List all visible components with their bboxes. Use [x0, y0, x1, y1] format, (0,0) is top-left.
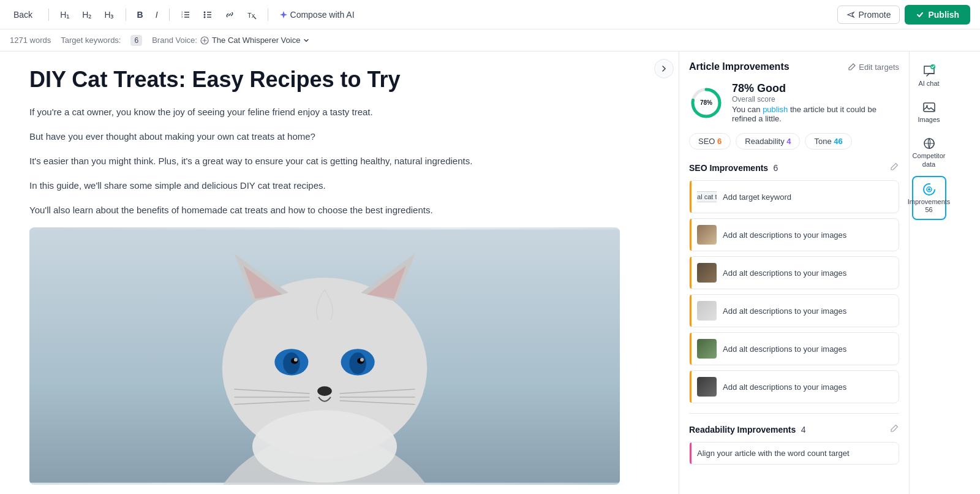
score-text: 78% — [700, 100, 712, 106]
svg-point-6 — [203, 11, 205, 13]
competitor-data-icon — [922, 136, 937, 151]
improvement-text-2: Add alt descriptions to your images — [723, 268, 891, 278]
improvement-text-4: Add alt descriptions to your images — [723, 344, 891, 354]
side-icon-competitor-data[interactable]: Competitor data — [912, 131, 946, 173]
link-button[interactable] — [221, 7, 238, 22]
improvements-panel[interactable]: Article Improvements Edit targets 78% — [679, 51, 909, 494]
article-body[interactable]: If you're a cat owner, you know the joy … — [29, 105, 620, 218]
svg-point-7 — [203, 13, 205, 15]
score-section: 78% 78% Good Overall score You can publi… — [689, 82, 899, 123]
improvement-text-3: Add alt descriptions to your images — [723, 306, 891, 316]
h1-button[interactable]: H₁ — [56, 7, 74, 22]
competitor-data-label: Competitor data — [913, 152, 946, 168]
score-description: You can publish the article but it could… — [732, 105, 899, 123]
image-thumb-5 — [697, 377, 717, 397]
svg-rect-41 — [924, 103, 935, 112]
image-thumb-1 — [697, 225, 717, 245]
ai-chat-icon — [922, 64, 937, 78]
readability-section-title: Readability Improvements 4 — [689, 424, 806, 435]
improvement-text-1: Add alt descriptions to your images — [723, 230, 891, 240]
clear-format-button[interactable]: Tx — [243, 7, 260, 22]
bold-button[interactable]: B — [134, 7, 147, 22]
edit-icon — [848, 63, 856, 71]
improvement-item-readability-1[interactable]: Align your article with the word count t… — [689, 442, 899, 465]
publish-link[interactable]: publish — [763, 105, 788, 114]
link-icon — [225, 10, 235, 20]
tone-badge[interactable]: Tone 46 — [805, 133, 851, 150]
unordered-list-button[interactable] — [199, 7, 216, 22]
compose-ai-icon — [279, 10, 288, 19]
cat-image-svg — [29, 227, 620, 485]
collapse-panel-button[interactable] — [654, 59, 674, 78]
svg-point-37 — [252, 411, 397, 483]
editor-area[interactable]: DIY Cat Treats: Easy Recipes to Try If y… — [0, 51, 649, 494]
svg-point-24 — [283, 352, 300, 374]
brand-voice-name[interactable]: The Cat Whisperer Voice — [212, 36, 301, 45]
ordered-list-icon: 1 2 3 — [181, 10, 190, 20]
article-paragraph-1: If you're a cat owner, you know the joy … — [29, 105, 620, 120]
seo-edit-button[interactable] — [889, 162, 899, 174]
back-button[interactable]: Back — [10, 7, 36, 22]
article-paragraph-4: In this guide, we'll share some simple a… — [29, 178, 620, 193]
readability-badge[interactable]: Readability 4 — [736, 133, 800, 150]
side-icons: AI chat Images — [909, 51, 948, 494]
brand-voice-label: Brand Voice: — [152, 36, 197, 45]
improvement-text-keyword: Add target keyword — [723, 192, 891, 202]
panel-title: Article Improvements — [689, 61, 790, 72]
seo-badge[interactable]: SEO 6 — [689, 133, 731, 150]
compose-ai-button[interactable]: Compose with AI — [276, 7, 358, 22]
readability-count: 4 — [801, 425, 806, 435]
readability-section-header: Readability Improvements 4 — [689, 424, 899, 436]
main-layout: DIY Cat Treats: Easy Recipes to Try If y… — [0, 51, 980, 494]
images-icon — [922, 100, 937, 115]
chevron-right-icon — [660, 65, 668, 72]
score-badges: SEO 6 Readability 4 Tone 46 — [689, 133, 899, 150]
h2-button[interactable]: H₂ — [78, 7, 96, 22]
side-icon-improvements[interactable]: Improvements56 — [912, 176, 946, 220]
svg-point-8 — [203, 16, 205, 18]
promote-button[interactable]: Promote — [837, 6, 900, 24]
side-icon-images[interactable]: Images — [912, 95, 946, 129]
ordered-list-button[interactable]: 1 2 3 — [177, 7, 194, 22]
brand-voice-icon — [200, 36, 209, 45]
score-circle: 78% — [689, 86, 723, 120]
svg-point-28 — [294, 358, 298, 362]
svg-point-29 — [360, 358, 364, 362]
improvement-item-2[interactable]: Add alt descriptions to your images — [689, 256, 899, 289]
brand-voice: Brand Voice: The Cat Whisperer Voice — [152, 36, 310, 45]
publish-button[interactable]: Publish — [905, 5, 970, 25]
images-label: Images — [918, 116, 940, 124]
improvement-item-1[interactable]: Add alt descriptions to your images — [689, 218, 899, 251]
improvement-text-5: Add alt descriptions to your images — [723, 382, 891, 392]
readability-score: 4 — [786, 137, 791, 146]
toolbar: Back H₁ H₂ H₃ B I 1 2 3 — [0, 0, 980, 29]
seo-edit-icon — [889, 162, 899, 172]
seo-count: 6 — [774, 163, 778, 173]
svg-text:Tx: Tx — [247, 12, 255, 19]
improvement-text-readability-1: Align your article with the word count t… — [697, 449, 891, 458]
keyword-tag: natural cat treats — [697, 191, 717, 202]
improvement-item-4[interactable]: Add alt descriptions to your images — [689, 332, 899, 365]
italic-button[interactable]: I — [152, 7, 162, 22]
publish-icon — [916, 10, 924, 19]
improvements-label: Improvements56 — [908, 198, 951, 214]
improvement-item-keyword[interactable]: natural cat treats Add target keyword — [689, 180, 899, 213]
sub-toolbar: 1271 words Target keywords: 6 Brand Voic… — [0, 29, 980, 51]
image-thumb-4 — [697, 339, 717, 359]
clear-format-icon: Tx — [247, 10, 257, 20]
edit-targets-button[interactable]: Edit targets — [848, 63, 899, 72]
improvement-item-5[interactable]: Add alt descriptions to your images — [689, 370, 899, 403]
seo-section-title: SEO Improvements 6 — [689, 162, 778, 173]
section-divider — [689, 413, 899, 414]
score-info: 78% Good Overall score You can publish t… — [732, 82, 899, 123]
improvements-icon — [922, 182, 937, 197]
image-thumb-2 — [697, 263, 717, 283]
improvement-item-3[interactable]: Add alt descriptions to your images — [689, 294, 899, 327]
readability-edit-icon — [889, 424, 899, 433]
article-paragraph-5: You'll also learn about the benefits of … — [29, 203, 620, 218]
keyword-thumb: natural cat treats — [697, 187, 717, 207]
readability-edit-button[interactable] — [889, 424, 899, 436]
article-paragraph-3: It's easier than you might think. Plus, … — [29, 154, 620, 169]
side-icon-ai-chat[interactable]: AI chat — [912, 59, 946, 93]
h3-button[interactable]: H₃ — [100, 7, 118, 22]
